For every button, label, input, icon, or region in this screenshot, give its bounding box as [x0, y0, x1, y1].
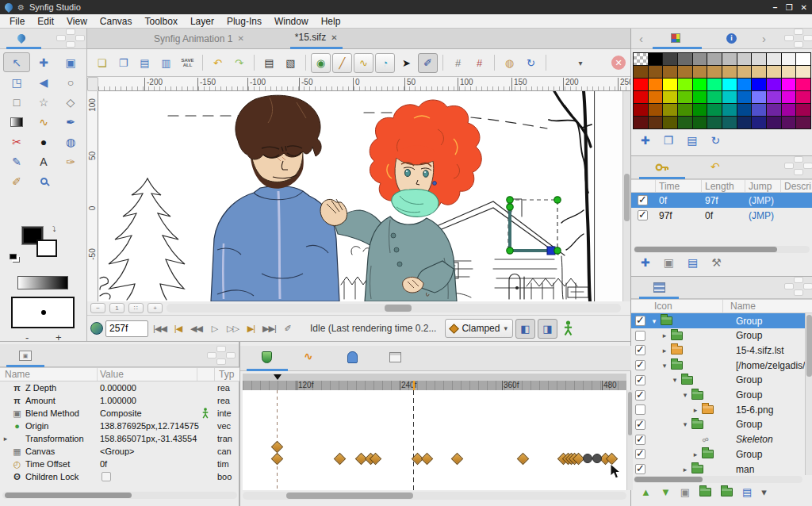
- layer-checkbox[interactable]: [635, 316, 645, 326]
- layer-checkbox[interactable]: [635, 390, 645, 401]
- timebar-top[interactable]: [243, 374, 626, 381]
- layer-row[interactable]: ▸Group: [631, 447, 805, 462]
- tree-expander-icon[interactable]: ▾: [681, 391, 689, 399]
- palette-swatch[interactable]: [767, 79, 781, 90]
- maximize-button[interactable]: ❐: [786, 3, 793, 12]
- toggle-vertex-button[interactable]: ╱: [332, 53, 352, 73]
- refresh-button[interactable]: ↻: [521, 53, 541, 73]
- draw-tool[interactable]: ✒: [57, 112, 84, 132]
- palette-swatch[interactable]: [634, 91, 648, 103]
- horizontal-ruler[interactable]: -200-150-100-50050100150200250: [98, 77, 630, 91]
- seek-end-button[interactable]: ▶▶|: [260, 320, 278, 338]
- camera-icon[interactable]: ▧: [281, 53, 301, 73]
- width-tool[interactable]: ◀: [30, 72, 57, 92]
- palette-swatch[interactable]: [752, 104, 766, 116]
- duplicate-layer-button[interactable]: ▣: [680, 486, 690, 498]
- layer-checkbox[interactable]: [635, 464, 645, 474]
- layer-row[interactable]: ▸man: [631, 462, 805, 477]
- timebar-cursor-triangle[interactable]: [274, 374, 282, 380]
- layer-row[interactable]: ▾Group: [631, 373, 805, 388]
- lower-layer-button[interactable]: ▼: [661, 486, 671, 498]
- layer-checkbox[interactable]: [635, 345, 645, 355]
- circle-tool[interactable]: ○: [57, 72, 84, 92]
- tree-expander-icon[interactable]: ▸: [661, 347, 668, 355]
- toggle-handles-button[interactable]: ◉: [311, 53, 331, 73]
- info-icon[interactable]: [726, 33, 737, 44]
- param-row[interactable]: πZ Depth0.000000rea: [0, 381, 239, 394]
- add-keyframe-button[interactable]: ✚: [641, 256, 650, 269]
- keyframes-history-icon[interactable]: ↶: [710, 160, 720, 173]
- minimize-button[interactable]: −: [773, 3, 778, 12]
- tree-expander-icon[interactable]: ▾: [671, 376, 679, 384]
- palette-swatch[interactable]: [707, 117, 722, 128]
- palette-swatch[interactable]: [707, 91, 722, 103]
- canvas[interactable]: [98, 91, 595, 301]
- grid-toggle-button[interactable]: ∷: [128, 303, 144, 313]
- palette-swatch[interactable]: [796, 91, 810, 103]
- waypoint-diamond[interactable]: [334, 453, 347, 466]
- keyframe-jump-link[interactable]: (JMP): [749, 210, 774, 221]
- seek-next-keyframe-button[interactable]: ▶|: [242, 320, 260, 338]
- layer-checkbox[interactable]: [635, 331, 645, 341]
- palette-swatch[interactable]: [693, 117, 707, 128]
- tree-expander-icon[interactable]: ▸: [681, 466, 689, 473]
- reset-colors-icon[interactable]: [10, 254, 17, 259]
- waypoint-diamond[interactable]: [517, 453, 530, 466]
- palette-swatch[interactable]: [796, 117, 810, 128]
- keyframe-properties-button[interactable]: ⚒: [711, 256, 722, 269]
- tab-curves[interactable]: ∿: [304, 350, 313, 362]
- tree-expander-icon[interactable]: ▸: [691, 450, 699, 458]
- timetrack-hscrollbar[interactable]: [243, 492, 626, 500]
- lock-past-keyframe-button[interactable]: ◧: [515, 319, 535, 339]
- palette-swatch[interactable]: [663, 117, 677, 128]
- palette-swatch[interactable]: [767, 53, 781, 65]
- animate-pen-button[interactable]: ✐: [418, 53, 438, 73]
- layer-row[interactable]: ▸15-6.png: [631, 402, 805, 417]
- keyframe-checkbox[interactable]: [638, 195, 648, 205]
- document-tab[interactable]: *15.sifz✕: [290, 29, 343, 49]
- palette-swatch[interactable]: [722, 104, 737, 116]
- tab-timetrack[interactable]: [262, 351, 272, 363]
- palette-swatch[interactable]: [722, 66, 737, 78]
- open-doc-button[interactable]: ❐: [113, 53, 133, 73]
- palette-swatch[interactable]: [707, 79, 722, 90]
- palette-swatch[interactable]: [752, 117, 766, 128]
- menu-layer[interactable]: Layer: [184, 14, 220, 29]
- toggle-rendered-button[interactable]: −: [90, 303, 105, 313]
- palette-swatch[interactable]: [663, 79, 677, 90]
- palette-swatch[interactable]: [663, 66, 677, 78]
- palette-swatch[interactable]: [663, 104, 677, 116]
- stop-render-button[interactable]: ✕: [611, 56, 626, 70]
- waypoint-diamond[interactable]: [421, 453, 434, 466]
- timetrack-vscrollbar[interactable]: [626, 390, 633, 490]
- palette-swatch[interactable]: [649, 79, 663, 90]
- keyframe-row[interactable]: 0f97f(JMP): [631, 193, 812, 208]
- ungroup-layer-button[interactable]: [721, 488, 733, 496]
- palette-swatch[interactable]: [722, 79, 737, 90]
- sketch-tool[interactable]: ✑: [57, 151, 84, 171]
- refresh-palette-button[interactable]: ↻: [711, 134, 721, 147]
- layer-checkbox[interactable]: [635, 449, 645, 459]
- palette-swatch[interactable]: [634, 79, 648, 90]
- seek-prev-frame-button[interactable]: ◀◀: [187, 320, 205, 338]
- raise-layer-button[interactable]: ▲: [641, 486, 651, 498]
- palette-swatch[interactable]: [693, 66, 707, 78]
- menu-window[interactable]: Window: [268, 14, 315, 29]
- keyframes-tab-icon[interactable]: [655, 162, 669, 174]
- text-tool[interactable]: A: [30, 151, 57, 171]
- save-as-button[interactable]: ▥: [156, 53, 176, 73]
- palette-swatch[interactable]: [796, 79, 810, 90]
- layer-row[interactable]: ▾Group: [631, 417, 805, 432]
- palette-swatch[interactable]: [663, 91, 677, 103]
- import-palette-button[interactable]: ❐: [664, 134, 674, 147]
- animate-mode-icon[interactable]: [563, 320, 573, 336]
- swap-colors-icon[interactable]: ⤵: [52, 225, 56, 233]
- palette-swatch[interactable]: [634, 117, 648, 128]
- param-row[interactable]: [0, 483, 239, 490]
- palette-swatch[interactable]: [767, 104, 781, 116]
- tree-expander-icon[interactable]: ▾: [650, 317, 658, 325]
- save-button[interactable]: ▤: [135, 53, 155, 73]
- tree-expander-icon[interactable]: ▸: [661, 332, 668, 339]
- palette-tab-icon[interactable]: [671, 33, 680, 43]
- menu-canvas[interactable]: Canvas: [94, 14, 139, 29]
